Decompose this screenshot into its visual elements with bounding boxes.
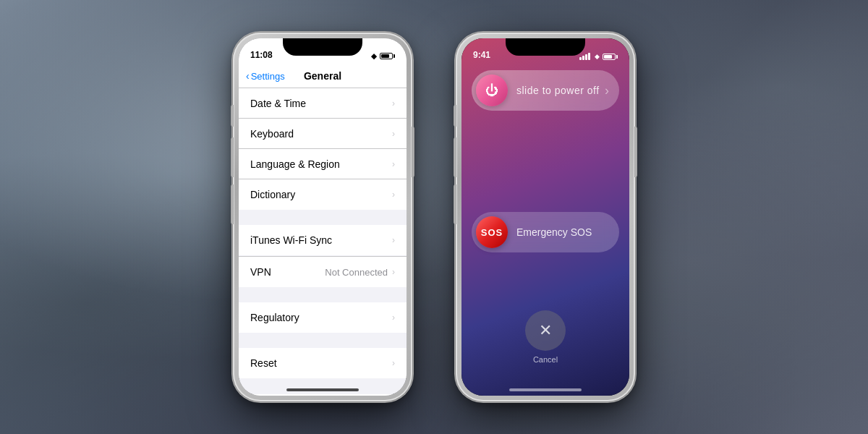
cancel-icon: ✕ — [539, 321, 552, 340]
power-slider-text: slide to power off — [516, 85, 600, 96]
item-label: VPN — [250, 266, 271, 278]
item-right: › — [392, 358, 395, 368]
sos-slider[interactable]: SOS Emergency SOS — [472, 212, 619, 252]
power-slider[interactable]: ⏻ slide to power off › — [472, 70, 619, 111]
notch — [506, 38, 585, 56]
settings-item-vpn[interactable]: VPN Not Connected › — [239, 257, 407, 287]
settings-item-reset[interactable]: Reset › — [239, 348, 407, 378]
chevron-icon: › — [392, 129, 395, 139]
volume-up-button — [231, 137, 234, 177]
iphone-screen-poweroff: 9:41 ◆ — [461, 38, 629, 396]
status-time: 9:41 — [473, 50, 490, 60]
item-right: › — [392, 190, 395, 200]
volume-down-button — [231, 184, 234, 224]
sos-text: SOS — [481, 227, 503, 238]
chevron-icon: › — [392, 235, 395, 245]
item-value: Not Connected — [325, 267, 388, 278]
group-spacer-1 — [239, 210, 407, 225]
home-indicator — [286, 388, 359, 391]
slider-arrow-icon: › — [605, 83, 609, 98]
group-spacer-3 — [239, 288, 407, 302]
power-button-circle: ⏻ — [476, 75, 508, 106]
settings-content: Date & Time › Keyboard › Lan — [239, 88, 407, 396]
back-button[interactable]: ‹ Settings — [246, 70, 285, 82]
volume-down-button — [454, 184, 456, 224]
chevron-icon: › — [392, 267, 395, 277]
chevron-icon: › — [392, 358, 395, 368]
volume-up-button — [454, 137, 456, 177]
back-label[interactable]: Settings — [251, 71, 285, 82]
settings-item-regulatory[interactable]: Regulatory › — [239, 302, 407, 333]
settings-item-language[interactable]: Language & Region › — [239, 149, 407, 179]
notch — [283, 38, 362, 56]
chevron-icon: › — [392, 190, 395, 200]
battery-icon — [380, 53, 395, 59]
settings-group-2: iTunes Wi-Fi Sync › — [239, 225, 407, 255]
sos-label: Emergency SOS — [516, 226, 592, 238]
group-spacer-5 — [239, 379, 407, 393]
item-right: › — [392, 129, 395, 139]
settings-item-dictionary[interactable]: Dictionary › — [239, 179, 407, 210]
phone2-screen: 9:41 ◆ — [461, 38, 629, 396]
item-right: › — [392, 159, 395, 169]
mute-switch — [454, 105, 456, 127]
phone1-screen: 11:08 ◆ ‹ Settings — [239, 38, 407, 396]
cancel-button[interactable]: ✕ — [525, 310, 566, 351]
item-label: Regulatory — [250, 312, 299, 323]
iphone-poweroff: 9:41 ◆ — [456, 33, 635, 401]
item-label: Language & Region — [250, 158, 340, 170]
wifi-icon: ◆ — [371, 52, 377, 60]
battery-icon — [603, 54, 618, 60]
item-right: Not Connected › — [325, 267, 395, 278]
settings-item-keyboard[interactable]: Keyboard › — [239, 119, 407, 149]
wifi-icon: ◆ — [595, 53, 600, 60]
status-icons: ◆ — [371, 52, 395, 60]
signal-icon — [579, 53, 590, 60]
item-label: Keyboard — [250, 128, 294, 140]
cancel-area: ✕ Cancel — [461, 310, 629, 364]
power-button — [412, 127, 414, 177]
item-right: › — [392, 98, 395, 109]
status-icons: ◆ — [579, 53, 618, 60]
item-label: Date & Time — [250, 98, 306, 109]
sos-button-circle: SOS — [476, 216, 508, 248]
settings-item-date-time[interactable]: Date & Time › — [239, 88, 407, 119]
settings-group-5: Reset › — [239, 348, 407, 378]
spacer — [461, 111, 629, 212]
home-indicator — [509, 388, 582, 391]
mute-switch — [231, 105, 234, 127]
settings-group-4: Regulatory › — [239, 302, 407, 333]
item-label: Dictionary — [250, 189, 295, 200]
chevron-icon: › — [392, 98, 395, 109]
status-time: 11:08 — [250, 50, 273, 60]
cancel-label: Cancel — [533, 355, 558, 364]
chevron-back-icon: ‹ — [246, 70, 250, 82]
iphone-settings: 11:08 ◆ ‹ Settings — [233, 33, 412, 401]
power-button — [634, 127, 637, 177]
settings-group-3: VPN Not Connected › — [239, 257, 407, 287]
settings-item-itunes[interactable]: iTunes Wi-Fi Sync › — [239, 225, 407, 255]
item-label: iTunes Wi-Fi Sync — [250, 234, 332, 246]
group-spacer-4 — [239, 333, 407, 348]
iphone-screen-settings: 11:08 ◆ ‹ Settings — [239, 38, 407, 396]
nav-title: General — [304, 70, 341, 82]
item-right: › — [392, 312, 395, 323]
item-label: Reset — [250, 357, 277, 369]
phones-container: 11:08 ◆ ‹ Settings — [0, 0, 868, 434]
chevron-icon: › — [392, 159, 395, 169]
power-icon: ⏻ — [485, 83, 498, 98]
chevron-icon: › — [392, 312, 395, 323]
item-right: › — [392, 235, 395, 245]
shutdown-item[interactable]: Shut Down — [239, 394, 407, 396]
settings-group-1: Date & Time › Keyboard › Lan — [239, 88, 407, 210]
nav-bar: ‹ Settings General — [239, 64, 407, 88]
